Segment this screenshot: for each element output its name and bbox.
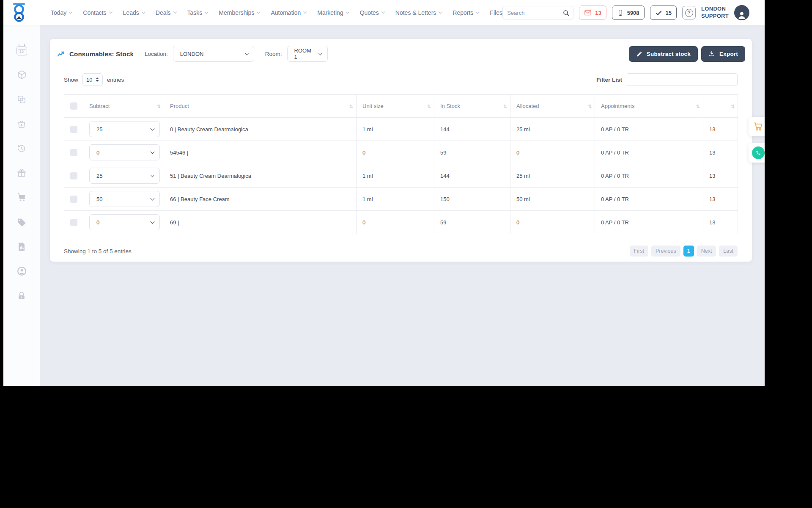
sidebar-item-history[interactable]: [16, 143, 27, 154]
in-stock-cell: 59: [434, 141, 510, 164]
tasks-badge[interactable]: 15: [650, 6, 677, 20]
pagination-first[interactable]: First: [630, 246, 648, 257]
chevron-down-icon: [151, 126, 155, 130]
sidebar-item-security[interactable]: [16, 290, 27, 301]
chat-circle: [752, 146, 765, 159]
pagination-previous[interactable]: Previous: [651, 246, 680, 257]
spinner-arrows-icon: [96, 77, 99, 82]
row-checkbox[interactable]: [70, 172, 77, 179]
phone-badge[interactable]: 5908: [612, 6, 645, 20]
package-cube-icon: [16, 69, 27, 80]
card-header: Consumables: Stock Location: LONDON Room…: [50, 39, 752, 62]
subtract-qty-select[interactable]: 50: [89, 191, 160, 207]
app-logo-hourglass-icon[interactable]: [11, 2, 27, 23]
consumables-stock-card: Consumables: Stock Location: LONDON Room…: [50, 39, 752, 262]
phone-handset-icon: [755, 149, 762, 156]
room-select[interactable]: ROOM 1: [287, 46, 328, 62]
extra-cell: 13: [703, 141, 738, 164]
stock-table: Subtract⇅ Product⇅ Unit size⇅ In Stock⇅ …: [64, 94, 738, 234]
row-checkbox[interactable]: [70, 219, 77, 226]
floating-chat-button[interactable]: [749, 143, 765, 163]
nav-label: Files: [490, 9, 502, 16]
tasks-count: 15: [666, 10, 672, 16]
allocated-cell: 50 ml: [510, 188, 595, 211]
sidebar-item-reports[interactable]: [16, 241, 27, 252]
nav-item-today[interactable]: Today: [51, 9, 72, 16]
sidebar-item-cart[interactable]: [16, 192, 27, 203]
row-checkbox[interactable]: [70, 149, 77, 156]
nav-item-contacts[interactable]: Contacts: [83, 9, 112, 16]
column-header-unit-size[interactable]: Unit size⇅: [357, 95, 434, 118]
table-row: 50 66 | Beauty Face Cream 1 ml 150 50 ml…: [64, 188, 738, 211]
subtract-qty-select[interactable]: 25: [89, 121, 160, 137]
avatar[interactable]: [734, 5, 749, 20]
search-input[interactable]: [503, 10, 559, 16]
nav-item-memberships[interactable]: Memberships: [219, 9, 260, 16]
chevron-down-icon: [151, 196, 155, 200]
phone-count: 5908: [627, 10, 639, 16]
column-header-in-stock[interactable]: In Stock⇅: [434, 95, 510, 118]
nav-item-notes-letters[interactable]: Notes & Letters: [395, 9, 442, 16]
nav-item-automation[interactable]: Automation: [271, 9, 306, 16]
row-checkbox[interactable]: [70, 126, 77, 133]
floating-cart-button[interactable]: [749, 117, 765, 136]
location-select[interactable]: LONDON: [173, 46, 254, 62]
filter-list-input[interactable]: [627, 73, 738, 86]
subtract-qty-select[interactable]: 0: [89, 214, 160, 230]
nav-item-files[interactable]: Files: [490, 9, 502, 16]
allocated-cell: 0: [510, 141, 595, 164]
chevron-down-icon: [244, 51, 249, 55]
trending-up-icon: [57, 50, 66, 58]
product-cell: 0 | Beauty Cream Dearmalogica: [164, 118, 357, 141]
appointments-cell: 0 AP / 0 TR: [595, 118, 703, 141]
sidebar-item-orders[interactable]: [16, 119, 27, 129]
table-row: 25 51 | Beauty Cream Dearmalogica 1 ml 1…: [64, 164, 738, 188]
pagination-next[interactable]: Next: [697, 246, 716, 257]
sidebar-item-duplicates[interactable]: [16, 94, 27, 105]
column-header-appointments[interactable]: Appointments⇅: [595, 95, 703, 118]
pagination-last[interactable]: Last: [719, 246, 738, 257]
column-header-subtract[interactable]: Subtract⇅: [83, 95, 164, 118]
nav-item-leads[interactable]: Leads: [123, 9, 145, 16]
global-search: [502, 6, 573, 19]
nav-item-quotes[interactable]: Quotes: [360, 9, 384, 16]
column-label: Appointments: [601, 103, 635, 109]
subtract-qty-select[interactable]: 25: [89, 168, 160, 184]
sidebar-item-gifts[interactable]: [16, 168, 27, 178]
page-length-select[interactable]: 10: [82, 73, 103, 86]
nav-label: Leads: [123, 9, 139, 16]
sort-icon: ⇅: [157, 103, 161, 109]
column-header-allocated[interactable]: Allocated⇅: [510, 95, 595, 118]
extra-cell: 13: [703, 211, 738, 234]
sidebar-item-account[interactable]: [16, 266, 27, 276]
search-icon[interactable]: [559, 6, 573, 19]
row-checkbox[interactable]: [70, 196, 77, 203]
table-row: 25 0 | Beauty Cream Dearmalogica 1 ml 14…: [64, 118, 738, 141]
nav-item-marketing[interactable]: Marketing: [317, 9, 348, 16]
nav-label: Contacts: [83, 9, 106, 16]
column-label: Allocated: [516, 103, 539, 109]
shopping-bag-icon: [16, 119, 27, 129]
entries-summary: Showing 1 to 5 of 5 entries: [64, 248, 132, 254]
column-label: Subtract: [89, 103, 110, 109]
pagination-page-1[interactable]: 1: [683, 246, 694, 257]
help-button[interactable]: [682, 6, 696, 19]
envelope-icon: [584, 9, 592, 17]
column-header-product[interactable]: Product⇅: [164, 95, 357, 118]
sidebar-item-pricing[interactable]: [16, 217, 27, 227]
in-stock-cell: 144: [434, 164, 510, 188]
messages-badge[interactable]: 13: [579, 6, 606, 20]
column-header-extra[interactable]: ⇅: [703, 95, 738, 118]
sidebar-item-calendar[interactable]: 12: [16, 45, 27, 55]
export-button[interactable]: Export: [701, 46, 745, 62]
sidebar-item-products[interactable]: [16, 69, 27, 80]
nav-item-deals[interactable]: Deals: [156, 9, 176, 16]
nav-item-tasks[interactable]: Tasks: [187, 9, 208, 16]
subtract-qty-select[interactable]: 0: [89, 144, 160, 160]
nav-item-reports[interactable]: Reports: [453, 9, 479, 16]
subtract-stock-button[interactable]: Substract stock: [629, 46, 698, 62]
chevron-down-icon: [109, 10, 112, 14]
select-all-checkbox[interactable]: [70, 102, 77, 110]
chevron-down-icon: [151, 219, 155, 224]
unit-size-cell: 0: [357, 141, 434, 164]
